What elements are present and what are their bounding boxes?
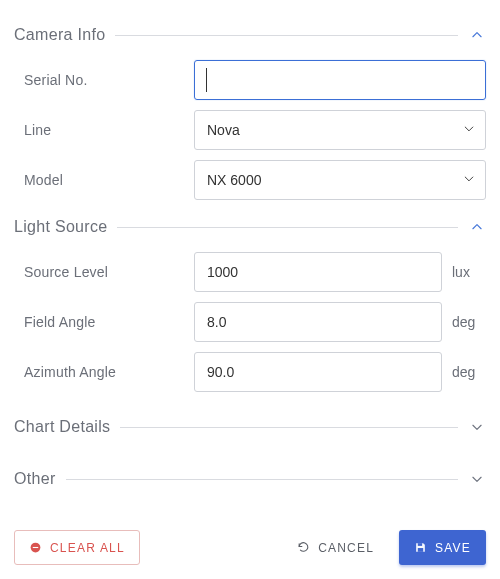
section-light-source: Light Source Source Level lux Field Angl… xyxy=(14,218,486,396)
label-source-level: Source Level xyxy=(20,264,194,280)
footer: CLEAR ALL CANCEL SAVE xyxy=(14,530,486,565)
label-model: Model xyxy=(20,172,194,188)
section-camera-info: Camera Info Serial No. Line xyxy=(14,26,486,204)
row-source-level: Source Level lux xyxy=(20,252,486,292)
clear-all-label: CLEAR ALL xyxy=(50,541,125,555)
control-model xyxy=(194,160,486,200)
field-angle-input[interactable] xyxy=(194,302,442,342)
section-chart-details: Chart Details xyxy=(14,418,486,436)
source-level-input[interactable] xyxy=(194,252,442,292)
unit-deg: deg xyxy=(442,314,486,330)
row-field-angle: Field Angle deg xyxy=(20,302,486,342)
divider xyxy=(66,479,458,480)
control-serial xyxy=(194,60,486,100)
clear-all-button[interactable]: CLEAR ALL xyxy=(14,530,140,565)
label-field-angle: Field Angle xyxy=(20,314,194,330)
undo-icon xyxy=(297,541,310,554)
label-line: Line xyxy=(20,122,194,138)
section-header-other[interactable]: Other xyxy=(14,470,486,488)
cancel-button[interactable]: CANCEL xyxy=(282,530,389,565)
section-title: Chart Details xyxy=(14,418,110,436)
control-azimuth-angle: deg xyxy=(194,352,486,392)
cancel-label: CANCEL xyxy=(318,541,374,555)
row-serial: Serial No. xyxy=(20,60,486,100)
section-title: Other xyxy=(14,470,56,488)
model-select[interactable] xyxy=(194,160,486,200)
control-field-angle: deg xyxy=(194,302,486,342)
control-line xyxy=(194,110,486,150)
row-line: Line xyxy=(20,110,486,150)
save-label: SAVE xyxy=(435,541,471,555)
chevron-up-icon xyxy=(468,26,486,44)
divider xyxy=(115,35,458,36)
unit-deg: deg xyxy=(442,364,486,380)
svg-rect-3 xyxy=(418,548,423,552)
azimuth-angle-input[interactable] xyxy=(194,352,442,392)
section-header-chart-details[interactable]: Chart Details xyxy=(14,418,486,436)
row-model: Model xyxy=(20,160,486,200)
divider xyxy=(117,227,458,228)
svg-rect-1 xyxy=(33,547,38,548)
row-azimuth-angle: Azimuth Angle deg xyxy=(20,352,486,392)
section-header-camera-info[interactable]: Camera Info xyxy=(14,26,486,44)
section-header-light-source[interactable]: Light Source xyxy=(14,218,486,236)
control-source-level: lux xyxy=(194,252,486,292)
text-caret xyxy=(206,68,207,92)
line-select[interactable] xyxy=(194,110,486,150)
section-body-camera-info: Serial No. Line Model xyxy=(14,44,486,204)
section-body-light-source: Source Level lux Field Angle deg Azimuth… xyxy=(14,236,486,396)
section-title: Light Source xyxy=(14,218,107,236)
chevron-down-icon xyxy=(468,470,486,488)
minus-circle-icon xyxy=(29,541,42,554)
label-azimuth-angle: Azimuth Angle xyxy=(20,364,194,380)
chevron-down-icon xyxy=(468,418,486,436)
label-serial: Serial No. xyxy=(20,72,194,88)
unit-lux: lux xyxy=(442,264,486,280)
svg-rect-2 xyxy=(418,543,422,546)
serial-input[interactable] xyxy=(194,60,486,100)
save-icon xyxy=(414,541,427,554)
chevron-up-icon xyxy=(468,218,486,236)
section-title: Camera Info xyxy=(14,26,105,44)
save-button[interactable]: SAVE xyxy=(399,530,486,565)
section-other: Other xyxy=(14,470,486,488)
divider xyxy=(120,427,458,428)
